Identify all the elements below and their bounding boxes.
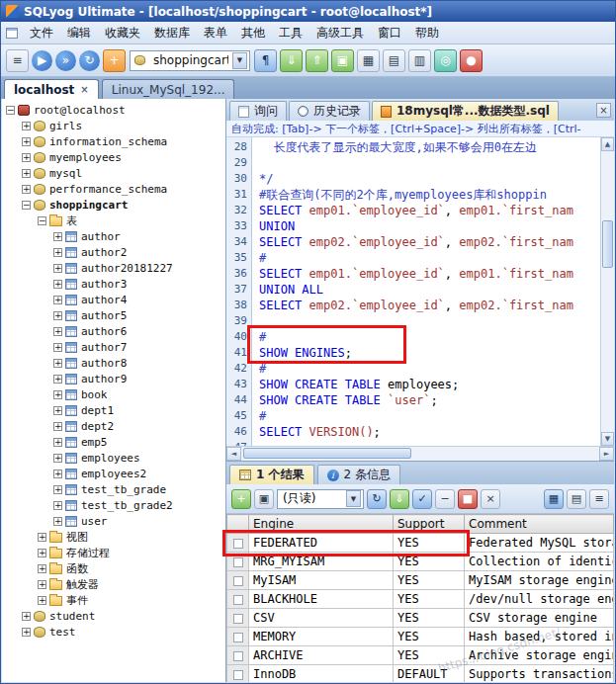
table-row[interactable]: InnoDBDEFAULTSupports transactions [227, 665, 614, 683]
import-data-icon[interactable]: ⇓ [390, 489, 409, 509]
collapse-icon[interactable]: − [38, 216, 46, 225]
tree-item-事件[interactable]: +事件 [2, 592, 225, 608]
scroll-down-icon[interactable]: ▼ [601, 432, 614, 446]
expand-icon[interactable]: + [53, 454, 62, 463]
result-mode-selector[interactable]: (只读) ▼ [277, 489, 364, 509]
expand-icon[interactable]: + [53, 470, 62, 478]
result-tab-2 条信息[interactable]: i2 条信息 [317, 465, 400, 484]
tree-item-shoppingcart[interactable]: −shoppingcart [2, 197, 225, 213]
table-row[interactable]: MRG_MYISAMYESCollection of identica [227, 553, 614, 571]
row-selector[interactable] [227, 571, 249, 590]
query-tab-询问[interactable]: 询问 [229, 101, 287, 121]
export-data-icon[interactable]: ▣ [254, 489, 274, 509]
refresh-data-icon[interactable]: ↻ [367, 489, 387, 509]
scroll-right-icon[interactable]: ► [599, 447, 614, 461]
expand-icon[interactable]: + [38, 580, 46, 589]
tree-item-student[interactable]: +student [2, 608, 225, 624]
row-selector[interactable] [227, 628, 249, 646]
expand-icon[interactable]: + [53, 422, 62, 431]
expand-icon[interactable]: + [53, 501, 62, 510]
tree-item-employees2[interactable]: +employees2 [2, 466, 225, 481]
tree-item-author8[interactable]: +author8 [2, 355, 225, 371]
expand-icon[interactable]: + [38, 596, 46, 605]
row-selector[interactable] [227, 534, 249, 553]
expand-icon[interactable]: + [53, 485, 62, 494]
expand-icon[interactable]: + [22, 628, 31, 637]
hscrollbar-track[interactable] [241, 447, 599, 461]
expand-icon[interactable]: + [38, 549, 46, 557]
scrollbar-track[interactable] [601, 151, 614, 432]
tree-item-emp5[interactable]: +emp5 [2, 434, 225, 450]
row-selector[interactable] [227, 590, 249, 609]
expand-icon[interactable]: + [53, 390, 62, 399]
menu-表单[interactable]: 表单 [197, 22, 234, 44]
expand-icon[interactable]: + [53, 438, 62, 447]
row-selector[interactable] [227, 646, 249, 665]
insert-row-icon[interactable]: + [231, 489, 251, 509]
editor-vertical-scrollbar[interactable]: ▲ ▼ [600, 137, 614, 446]
select-all-header[interactable] [227, 515, 249, 534]
menu-帮助[interactable]: 帮助 [408, 22, 446, 44]
expand-icon[interactable]: + [53, 375, 62, 384]
expand-icon[interactable]: + [22, 122, 31, 130]
tree-item-dept2[interactable]: +dept2 [2, 418, 225, 434]
expand-icon[interactable]: + [53, 311, 62, 320]
tree-item-test_tb_grade[interactable]: +test_tb_grade [2, 481, 225, 497]
tree-item-mysql[interactable]: +mysql [2, 165, 225, 181]
row-selector[interactable] [227, 553, 249, 571]
tree-item-root@localhost[interactable]: −root@localhost [2, 102, 225, 118]
table-row[interactable]: MyISAMYESMyISAM storage engine [227, 571, 614, 590]
grid-view-icon[interactable]: ▦ [544, 489, 564, 509]
tree-item-视图[interactable]: +视图 [2, 529, 225, 545]
tree-item-触发器[interactable]: +触发器 [2, 576, 225, 592]
expand-icon[interactable]: + [22, 612, 31, 621]
tree-item-author2[interactable]: +author2 [2, 244, 225, 260]
expand-icon[interactable]: + [22, 153, 31, 162]
data-search-icon[interactable]: ◎ [434, 49, 457, 72]
table-row[interactable]: ARCHIVEYESArchive storage engine [227, 646, 614, 665]
tree-item-user[interactable]: +user [2, 513, 225, 529]
menu-窗口[interactable]: 窗口 [371, 22, 408, 44]
row-selector[interactable] [227, 665, 249, 683]
discard-changes-icon[interactable]: × [481, 489, 500, 509]
expand-icon[interactable]: + [53, 359, 62, 368]
tree-item-book[interactable]: +book [2, 386, 225, 402]
form-view-icon[interactable]: ▤ [567, 489, 586, 509]
execute-query-icon[interactable]: ▶ [32, 50, 52, 71]
query-tab-18mysql常...数据类型.sql[interactable]: 18mysql常...数据类型.sql [372, 101, 559, 121]
scroll-left-icon[interactable]: ◄ [226, 447, 241, 461]
copy-database-icon[interactable]: ▣ [331, 49, 354, 72]
mdi-child-icon[interactable] [6, 28, 18, 39]
expand-icon[interactable]: + [53, 232, 62, 241]
column-header-comment[interactable]: Comment [465, 515, 614, 534]
menu-数据库[interactable]: 数据库 [147, 22, 197, 44]
notifications-icon[interactable]: ● [460, 49, 483, 72]
tree-item-author6[interactable]: +author6 [2, 323, 225, 339]
import-icon[interactable]: ⇓ [280, 49, 303, 72]
scrollbar-thumb[interactable] [602, 220, 613, 268]
chevron-down-icon[interactable]: ▼ [232, 52, 247, 69]
expand-icon[interactable]: + [53, 248, 62, 257]
table-data-icon[interactable]: ▥ [408, 49, 431, 72]
tree-item-author[interactable]: +author [2, 228, 225, 244]
query-builder-icon[interactable]: ▦ [357, 49, 380, 72]
menu-收藏夹[interactable]: 收藏夹 [98, 22, 147, 44]
expand-icon[interactable]: + [22, 169, 31, 178]
tree-item-test[interactable]: +test [2, 624, 225, 640]
expand-icon[interactable]: + [53, 296, 62, 304]
table-row[interactable]: CSVYESCSV storage engine [227, 609, 614, 628]
expand-icon[interactable]: + [22, 185, 31, 194]
expand-icon[interactable]: + [38, 564, 46, 573]
menu-其他[interactable]: 其他 [234, 22, 272, 44]
collapse-icon[interactable]: − [22, 201, 31, 210]
hscrollbar-thumb[interactable] [243, 448, 411, 459]
tree-item-表[interactable]: −表 [2, 213, 225, 228]
menu-文件[interactable]: 文件 [23, 22, 60, 44]
table-row[interactable]: BLACKHOLEYES/dev/null storage engi [227, 590, 614, 609]
scroll-up-icon[interactable]: ▲ [601, 137, 614, 151]
tree-item-dept1[interactable]: +dept1 [2, 402, 225, 418]
column-header-support[interactable]: Support [394, 515, 465, 534]
tree-item-information_schema[interactable]: +information_schema [2, 133, 225, 149]
menu-工具[interactable]: 工具 [272, 22, 309, 44]
connection-tab-localhost[interactable]: localhost× [4, 79, 99, 99]
